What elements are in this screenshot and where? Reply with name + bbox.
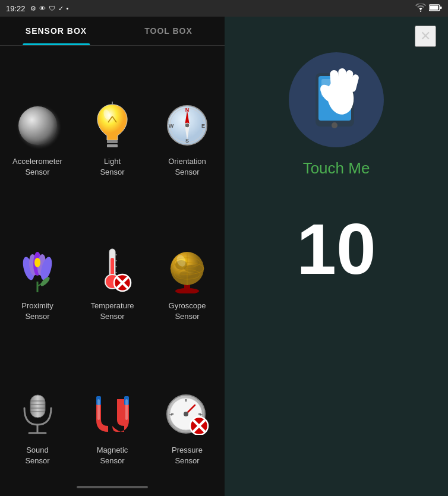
orientation-icon: N S E W: [163, 102, 211, 149]
shield-icon: 🛡: [49, 5, 55, 12]
status-icons: ⚙ 👁 🛡 ✓ •: [30, 5, 69, 12]
settings-icon: ⚙: [30, 5, 36, 12]
temperature-label: TemperatureSensor: [91, 301, 134, 322]
orientation-label: OrientationSensor: [168, 156, 206, 178]
gyroscope-icon: [163, 246, 211, 293]
sensor-item-pressure[interactable]: PressureSensor: [150, 334, 225, 478]
light-sensor-label: LightSensor: [100, 156, 124, 178]
pressure-icon: [163, 390, 211, 438]
sensor-item-sound[interactable]: SoundSensor: [0, 334, 75, 478]
counter-display: 10: [296, 213, 376, 285]
light-icon: [89, 102, 136, 149]
sound-label: SoundSensor: [25, 445, 49, 466]
accelerometer-label: AccelerometerSensor: [12, 156, 62, 178]
svg-rect-59: [125, 399, 128, 420]
svg-point-75: [332, 122, 337, 128]
accelerometer-icon: [14, 102, 61, 149]
svg-rect-58: [97, 399, 100, 420]
sensor-item-light[interactable]: LightSensor: [75, 46, 150, 190]
sensor-item-orientation[interactable]: N S E W OrientationSensor: [150, 46, 225, 190]
wifi-icon: [415, 4, 426, 14]
pressure-label: PressureSensor: [172, 445, 203, 466]
magnetic-icon: [89, 390, 136, 438]
main-container: SENSOR BOX TOOL BOX AccelerometerSensor: [0, 17, 448, 496]
status-bar: 19:22 ⚙ 👁 🛡 ✓ •: [0, 0, 448, 17]
svg-text:W: W: [169, 123, 174, 129]
sound-icon: [14, 390, 61, 438]
svg-rect-2: [440, 7, 442, 9]
sensor-grid: AccelerometerSensor: [0, 46, 225, 478]
tab-tool-box[interactable]: TOOL BOX: [112, 17, 225, 45]
status-right: [415, 4, 442, 14]
bottom-bar: [0, 478, 225, 496]
close-button[interactable]: ✕: [415, 26, 436, 47]
proximity-icon: [14, 246, 61, 293]
svg-rect-6: [107, 140, 118, 143]
svg-point-68: [184, 412, 188, 416]
touch-circle[interactable]: [289, 52, 384, 147]
touch-label: Touch Me: [303, 159, 370, 178]
tab-sensor-box[interactable]: SENSOR BOX: [0, 17, 112, 45]
left-panel: SENSOR BOX TOOL BOX AccelerometerSensor: [0, 17, 225, 496]
svg-rect-1: [430, 5, 438, 10]
svg-text:E: E: [201, 123, 205, 129]
battery-icon: [429, 4, 442, 13]
svg-rect-49: [30, 395, 45, 418]
svg-point-18: [185, 123, 190, 128]
check-icon: ✓: [58, 5, 64, 12]
sensor-item-gyroscope[interactable]: GyroscopeSensor: [150, 190, 225, 334]
svg-point-25: [34, 258, 40, 267]
dot-icon: •: [67, 5, 69, 12]
sensor-item-temperature[interactable]: TemperatureSensor: [75, 190, 150, 334]
bottom-indicator: [77, 486, 148, 488]
right-panel: ✕: [225, 17, 448, 496]
sensor-item-proximity[interactable]: ProximitySensor: [0, 190, 75, 334]
svg-rect-7: [107, 144, 118, 147]
status-time: 19:22: [6, 4, 26, 13]
sensor-item-accelerometer[interactable]: AccelerometerSensor: [0, 46, 75, 190]
magnetic-label: MagneticSensor: [97, 445, 128, 466]
temperature-icon: [89, 246, 136, 293]
sensor-item-magnetic[interactable]: MagneticSensor: [75, 334, 150, 478]
touch-section: Touch Me: [289, 52, 384, 178]
gyroscope-label: GyroscopeSensor: [169, 301, 206, 322]
tab-bar: SENSOR BOX TOOL BOX: [0, 17, 225, 46]
proximity-label: ProximitySensor: [21, 301, 53, 322]
eye-icon: 👁: [39, 5, 46, 12]
